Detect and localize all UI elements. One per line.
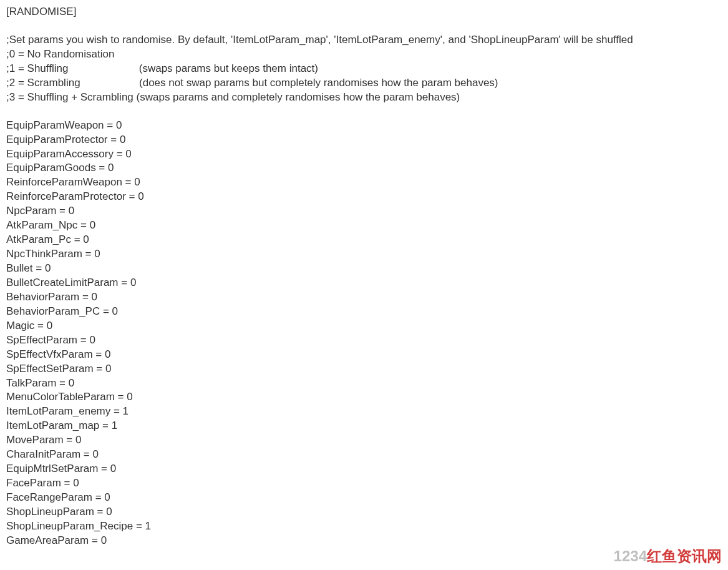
- param-line: FaceParam = 0: [6, 476, 722, 491]
- param-line: BehaviorParam_PC = 0: [6, 305, 722, 319]
- param-line: Magic = 0: [6, 319, 722, 333]
- param-line: EquipParamWeapon = 0: [6, 119, 722, 133]
- param-line: EquipMtrlSetParam = 0: [6, 462, 722, 476]
- param-line: ShopLineupParam_Recipe = 1: [6, 519, 722, 534]
- section-header: [RANDOMISE]: [6, 5, 722, 19]
- param-line: NpcThinkParam = 0: [6, 247, 722, 262]
- param-line: MenuColorTableParam = 0: [6, 390, 722, 405]
- param-line: SpEffectParam = 0: [6, 333, 722, 348]
- param-line: AtkParam_Pc = 0: [6, 233, 722, 247]
- param-line: BulletCreateLimitParam = 0: [6, 276, 722, 290]
- param-line: BehaviorParam = 0: [6, 290, 722, 305]
- config-text-block: [RANDOMISE] ;Set params you wish to rand…: [6, 5, 722, 548]
- param-line: ReinforceParamProtector = 0: [6, 190, 722, 204]
- watermark-grey: 1234: [614, 548, 647, 564]
- comment-mode-3: ;3 = Shuffling + Scrambling (swaps param…: [6, 91, 722, 105]
- param-list: EquipParamWeapon = 0EquipParamProtector …: [6, 119, 722, 548]
- param-line: ItemLotParam_map = 1: [6, 419, 722, 433]
- param-line: FaceRangeParam = 0: [6, 491, 722, 505]
- blank-line: [6, 105, 722, 119]
- param-line: ReinforceParamWeapon = 0: [6, 175, 722, 190]
- param-line: MoveParam = 0: [6, 433, 722, 448]
- param-line: ItemLotParam_enemy = 1: [6, 405, 722, 419]
- watermark-red: 红鱼资讯网: [647, 548, 722, 564]
- param-line: AtkParam_Npc = 0: [6, 219, 722, 233]
- param-line: SpEffectVfxParam = 0: [6, 348, 722, 362]
- watermark: 1234红鱼资讯网: [614, 546, 722, 566]
- param-line: NpcParam = 0: [6, 204, 722, 219]
- blank-line: [6, 19, 722, 33]
- param-line: Bullet = 0: [6, 262, 722, 276]
- param-line: EquipParamGoods = 0: [6, 161, 722, 175]
- param-line: SpEffectSetParam = 0: [6, 362, 722, 376]
- comment-mode-2: ;2 = Scrambling (does not swap params bu…: [6, 76, 722, 91]
- param-line: EquipParamAccessory = 0: [6, 147, 722, 162]
- comment-mode-0: ;0 = No Randomisation: [6, 47, 722, 62]
- param-line: EquipParamProtector = 0: [6, 133, 722, 147]
- comment-intro: ;Set params you wish to randomise. By de…: [6, 33, 722, 47]
- param-line: ShopLineupParam = 0: [6, 505, 722, 519]
- param-line: TalkParam = 0: [6, 376, 722, 391]
- param-line: CharaInitParam = 0: [6, 448, 722, 462]
- comment-mode-1: ;1 = Shuffling (swaps params but keeps t…: [6, 62, 722, 76]
